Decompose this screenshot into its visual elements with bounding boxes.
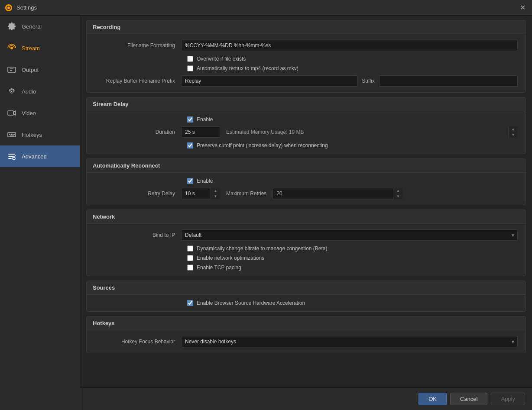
tcp-pacing-row: Enable TCP pacing [94,265,518,271]
hotkeys-icon [7,130,16,139]
max-retries-arrows: ▲ ▼ [393,188,402,199]
sidebar-item-stream[interactable]: Stream [0,37,80,59]
hotkeys-section: Hotkeys Hotkey Focus Behavior Never disa… [86,316,526,353]
reconnect-enable-checkbox[interactable] [187,178,193,184]
bind-ip-select[interactable]: Default [181,229,518,241]
overwrite-checkbox[interactable] [187,56,193,62]
apply-button[interactable]: Apply [491,393,525,405]
sidebar-item-general[interactable]: General [0,16,80,37]
dynamic-bitrate-checkbox[interactable] [187,245,193,252]
cancel-button[interactable]: Cancel [450,393,487,405]
sidebar-audio-label: Audio [22,88,36,95]
remux-checkbox[interactable] [187,65,193,71]
duration-down-arrow[interactable]: ▼ [509,132,518,138]
sources-header: Sources [87,281,526,295]
overwrite-label: Overwrite if file exists [197,56,246,62]
close-button[interactable]: ✕ [517,3,528,13]
sidebar-video-label: Video [22,110,36,116]
dynamic-bitrate-label: Dynamically change bitrate to manage con… [197,245,328,252]
suffix-label: Suffix [357,78,379,84]
retry-delay-down-arrow[interactable]: ▼ [211,194,220,199]
network-opt-label: Enable network optimizations [197,255,264,261]
svg-rect-7 [11,134,13,135]
sidebar-item-output[interactable]: Output [0,59,80,81]
preserve-label: Preserve cutoff point (increase delay) w… [197,142,328,149]
hotkey-focus-row: Hotkey Focus Behavior Never disable hotk… [94,336,518,348]
ok-button[interactable]: OK [418,393,447,405]
svg-rect-6 [9,134,10,135]
network-opt-row: Enable network optimizations [94,255,518,261]
hotkeys-body: Hotkey Focus Behavior Never disable hotk… [87,330,526,353]
network-opt-checkbox[interactable] [187,255,193,261]
reconnect-enable-row: Enable [94,178,518,184]
filename-input[interactable] [181,40,518,51]
delay-enable-row: Enable [94,116,518,123]
filename-control [181,40,518,51]
sidebar-item-advanced[interactable]: Advanced [0,145,80,167]
dynamic-bitrate-row: Dynamically change bitrate to manage con… [94,245,518,252]
replay-prefix-input[interactable] [181,75,357,87]
hotkey-focus-select[interactable]: Never disable hotkeys Disable when not i… [181,336,518,347]
svg-point-0 [10,47,13,49]
retry-delay-spinbox: ▲ ▼ [181,188,220,199]
svg-rect-4 [8,111,13,115]
duration-label: Duration [94,129,181,135]
bottom-bar: OK Cancel Apply [80,387,532,410]
suffix-input[interactable] [379,75,518,87]
sidebar-item-hotkeys[interactable]: Hotkeys [0,124,80,145]
network-header: Network [87,210,526,224]
recording-header: Recording [87,20,526,34]
hotkeys-section-header: Hotkeys [87,316,526,330]
replay-prefix-control: Suffix [181,75,518,87]
replay-inputs: Suffix [181,75,518,87]
content-scroll[interactable]: Recording Filename Formatting Overwrite … [80,16,532,387]
remux-label: Automatically remux to mp4 (record as mk… [197,65,298,71]
duration-arrows: ▲ ▼ [508,126,518,138]
max-retries-up-arrow[interactable]: ▲ [393,188,402,194]
delay-enable-checkbox[interactable] [187,116,193,123]
sidebar-hotkeys-label: Hotkeys [22,132,42,138]
stream-delay-section: Stream Delay Enable Duration ▲ [86,97,526,154]
app-icon [4,3,13,12]
sidebar-stream-label: Stream [22,45,40,52]
stream-delay-body: Enable Duration ▲ ▼ Estimated Memo [87,111,526,154]
duration-spinbox: ▲ ▼ Estimated Memory Usage: 19 MB [181,126,518,138]
retry-inputs: ▲ ▼ Maximum Retries ▲ ▼ [181,188,518,199]
hotkey-focus-control: Never disable hotkeys Disable when not i… [181,336,518,347]
content-area: Recording Filename Formatting Overwrite … [80,16,532,410]
svg-rect-1 [8,67,16,72]
tcp-pacing-checkbox[interactable] [187,265,193,271]
auto-reconnect-body: Enable Retry Delay ▲ ▼ [87,173,526,205]
duration-up-arrow[interactable]: ▲ [509,126,518,132]
retry-delay-arrows: ▲ ▼ [211,188,220,199]
main-container: General Stream Output [0,16,532,410]
svg-rect-8 [13,134,15,135]
gear-icon [7,22,16,31]
duration-input[interactable] [181,126,220,138]
replay-prefix-label: Replay Buffer Filename Prefix [94,78,181,84]
auto-reconnect-section: Automatically Reconnect Enable Retry Del… [86,158,526,205]
memory-info: Estimated Memory Usage: 19 MB [226,129,304,135]
network-section: Network Bind to IP Default ▼ [86,210,526,276]
max-retries-input[interactable] [272,188,402,199]
svg-point-3 [11,91,13,92]
sidebar-general-label: General [22,23,42,30]
audio-icon [7,87,16,96]
browser-accel-checkbox[interactable] [187,300,193,306]
tcp-pacing-label: Enable TCP pacing [197,265,241,271]
duration-row: Duration ▲ ▼ Estimated Memory Usage: 19 … [94,126,518,138]
max-retries-down-arrow[interactable]: ▼ [393,194,402,199]
recording-body: Filename Formatting Overwrite if file ex… [87,34,526,92]
auto-reconnect-header: Automatically Reconnect [87,159,526,173]
video-icon [7,108,16,118]
sidebar-item-video[interactable]: Video [0,102,80,124]
titlebar: Settings ✕ [0,0,532,16]
output-icon [7,65,16,74]
retry-delay-up-arrow[interactable]: ▲ [211,188,220,194]
delay-enable-label: Enable [197,116,213,123]
sources-body: Enable Browser Source Hardware Accelerat… [87,295,526,311]
sidebar-item-audio[interactable]: Audio [0,81,80,102]
filename-row: Filename Formatting [94,39,518,52]
hotkey-focus-label: Hotkey Focus Behavior [94,339,181,345]
preserve-checkbox[interactable] [187,142,193,149]
